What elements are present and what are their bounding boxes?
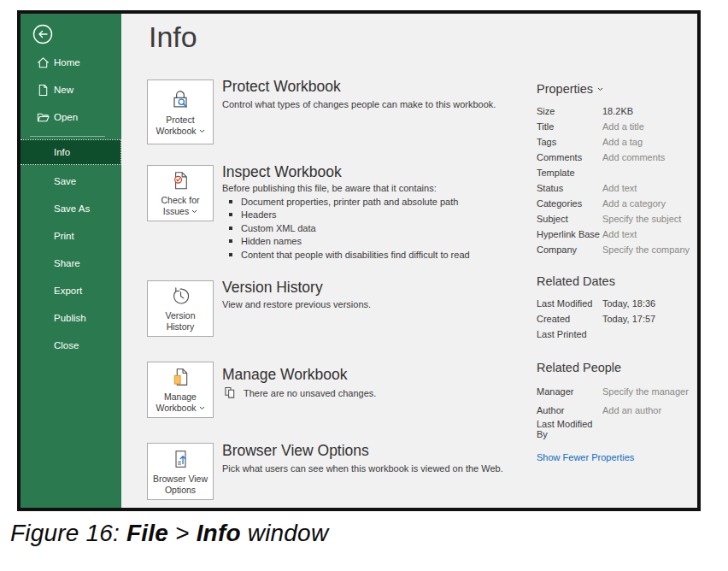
- sidebar-item-label: Save As: [54, 203, 90, 214]
- property-row: Last Modified By: [537, 420, 699, 439]
- caption-text: window: [241, 520, 329, 546]
- button-label-line2: History: [167, 321, 195, 333]
- property-row: Categories Add a category: [537, 196, 699, 211]
- manage-workbook-button[interactable]: Manage Workbook: [147, 362, 214, 418]
- square-bullet-icon: [229, 239, 232, 243]
- list-item-text: Content that people with disabilities fi…: [241, 250, 470, 260]
- sidebar-item-label: Home: [54, 57, 80, 68]
- button-label-line2: Options: [165, 485, 196, 496]
- property-label: Comments: [537, 152, 602, 162]
- property-value[interactable]: Specify the subject: [602, 214, 681, 224]
- protect-workbook-button[interactable]: Protect Workbook: [147, 79, 214, 144]
- check-for-issues-button[interactable]: Check for Issues: [147, 165, 214, 221]
- sidebar-item-label: Info: [54, 147, 70, 157]
- dropdown-chevron-icon: [199, 129, 205, 133]
- property-row: Subject Specify the subject: [537, 211, 699, 227]
- button-label-line1: Protect: [166, 115, 194, 126]
- square-bullet-icon: [229, 200, 232, 203]
- property-value[interactable]: Add comments: [602, 152, 665, 162]
- property-label: Manager: [537, 386, 602, 397]
- pages-icon: [224, 386, 237, 399]
- open-folder-icon: [37, 111, 50, 124]
- property-label: Template: [537, 168, 602, 178]
- property-row: Created Today, 17:57: [537, 311, 699, 327]
- property-label: Created: [537, 314, 602, 324]
- show-fewer-properties-link[interactable]: Show Fewer Properties: [537, 452, 634, 462]
- new-file-icon: [37, 84, 50, 97]
- property-label: Last Modified: [537, 298, 602, 309]
- sidebar-item-open[interactable]: Open: [21, 103, 121, 131]
- property-value[interactable]: Add a category: [602, 198, 666, 209]
- property-label: Title: [537, 121, 602, 132]
- sidebar-item-label: Open: [54, 112, 78, 122]
- sidebar-item-label: Print: [54, 231, 74, 241]
- browser-view-options-button[interactable]: Browser View Options: [147, 443, 214, 500]
- property-row: Manager Specify the manager: [537, 382, 699, 401]
- property-value[interactable]: Add text: [602, 229, 637, 239]
- inspect-document-icon: [169, 169, 192, 192]
- sidebar-divider: [30, 136, 105, 137]
- property-value[interactable]: Specify the manager: [602, 386, 689, 397]
- button-label-line2: Issues: [163, 206, 189, 217]
- property-row: Last Modified Today, 18:36: [537, 296, 699, 311]
- version-history-button[interactable]: Version History: [147, 280, 214, 337]
- button-label-line2: Workbook: [156, 126, 196, 137]
- property-label: Last Modified By: [537, 419, 602, 439]
- square-bullet-icon: [229, 227, 232, 230]
- properties-panel: Properties Size 18.2KB Title Add a title…: [537, 80, 699, 462]
- related-people-header: Related People: [537, 359, 699, 376]
- property-label: Tags: [537, 137, 602, 147]
- property-label: Hyperlink Base: [537, 229, 602, 239]
- sidebar-item-save-as[interactable]: Save As: [21, 196, 121, 221]
- property-row: Status Add text: [537, 180, 699, 196]
- sidebar-item-home[interactable]: Home: [21, 49, 121, 76]
- sidebar-item-label: New: [54, 85, 73, 95]
- sidebar-item-info[interactable]: Info: [21, 139, 121, 165]
- property-value[interactable]: Add an author: [602, 405, 661, 415]
- back-button[interactable]: [31, 22, 55, 46]
- button-label-line1: Version: [165, 310, 195, 321]
- sidebar-item-label: Publish: [54, 313, 86, 323]
- property-value: Today, 17:57: [602, 314, 655, 324]
- list-item: Headers: [229, 209, 470, 222]
- button-label-line1: Check for: [161, 195, 200, 206]
- property-value[interactable]: Specify the company: [602, 244, 690, 255]
- sidebar-item-save[interactable]: Save: [21, 168, 121, 194]
- property-row: Company Specify the company: [537, 242, 699, 257]
- spacer: [537, 257, 699, 273]
- list-item: Custom XML data: [229, 221, 470, 235]
- dropdown-chevron-icon: [191, 209, 197, 214]
- status-text: There are no unsaved changes.: [244, 388, 376, 398]
- square-bullet-icon: [229, 213, 232, 216]
- caption-info-bold: Info: [197, 520, 241, 546]
- excel-backstage-window: Home New Open: [17, 10, 701, 511]
- browser-view-icon: [169, 448, 192, 471]
- sidebar-item-print[interactable]: Print: [21, 223, 121, 249]
- property-row: Title Add a title: [537, 119, 699, 134]
- sidebar-item-new[interactable]: New: [21, 76, 121, 103]
- property-value[interactable]: Add text: [602, 183, 637, 193]
- list-item: Content that people with disabilities fi…: [229, 248, 470, 262]
- sidebar-item-export[interactable]: Export: [21, 278, 121, 303]
- property-value[interactable]: Add a title: [602, 121, 644, 132]
- property-row: Hyperlink Base Add text: [537, 227, 699, 242]
- sidebar-item-label: Close: [54, 340, 79, 350]
- property-label: Categories: [537, 198, 602, 209]
- button-label-line1: Browser View: [153, 474, 208, 485]
- sidebar-item-label: Share: [54, 258, 80, 268]
- sidebar-item-close[interactable]: Close: [21, 333, 121, 358]
- related-people-rows: Manager Specify the manager Author Add a…: [537, 382, 699, 439]
- section-desc-protect: Control what types of changes people can…: [222, 99, 496, 109]
- property-value[interactable]: Add a tag: [602, 137, 643, 147]
- backstage-sidebar: Home New Open: [21, 14, 121, 508]
- sidebar-item-share[interactable]: Share: [21, 250, 121, 276]
- sidebar-item-publish[interactable]: Publish: [21, 305, 121, 331]
- property-value: Today, 18:36: [602, 298, 655, 309]
- related-dates-rows: Last Modified Today, 18:36 Created Today…: [537, 296, 699, 342]
- list-item: Document properties, printer path and ab…: [229, 195, 470, 209]
- section-title-version: Version History: [222, 279, 323, 297]
- unsaved-changes-status: There are no unsaved changes.: [224, 386, 376, 399]
- properties-dropdown[interactable]: Properties: [537, 80, 603, 97]
- list-item-text: Custom XML data: [241, 223, 316, 233]
- caption-text: Figure 16:: [10, 520, 126, 546]
